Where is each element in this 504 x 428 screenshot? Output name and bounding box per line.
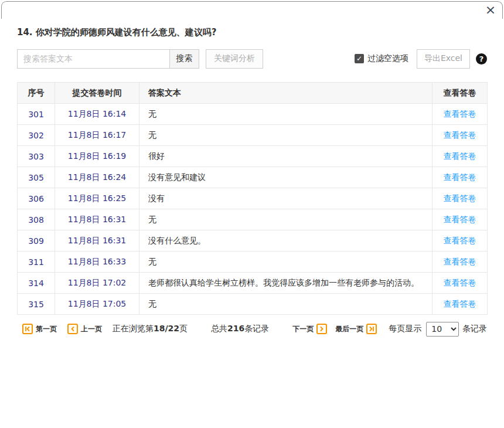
view-answer-link[interactable]: 查看答卷 — [444, 278, 476, 287]
view-answer-link[interactable]: 查看答卷 — [444, 236, 476, 245]
row-time: 11月8日 16:31 — [55, 209, 139, 230]
answers-table: 序号 提交答卷时间 答案文本 查看答卷 30111月8日 16:14无查看答卷3… — [17, 82, 488, 315]
table-row: 30811月8日 16:31无查看答卷 — [18, 209, 488, 230]
row-serial: 302 — [18, 125, 55, 146]
keyword-analysis-button[interactable]: 关键词分析 — [206, 49, 263, 69]
view-answer-link[interactable]: 查看答卷 — [444, 215, 476, 224]
table-row: 30511月8日 16:24没有意见和建议查看答卷 — [18, 167, 488, 188]
answers-tbody: 30111月8日 16:14无查看答卷30211月8日 16:17无查看答卷30… — [18, 104, 488, 315]
header-answer: 答案文本 — [139, 83, 433, 104]
record-count: 216 — [227, 324, 244, 333]
row-time: 11月8日 16:31 — [55, 230, 139, 252]
table-row: 30611月8日 16:25没有查看答卷 — [18, 188, 488, 209]
close-icon[interactable]: × — [483, 2, 498, 18]
browse-status: 正在浏览第18/22页 — [113, 324, 188, 334]
row-view-cell: 查看答卷 — [433, 104, 488, 125]
row-serial: 303 — [18, 146, 55, 167]
last-page-label[interactable]: 最后一页 — [335, 324, 363, 334]
row-answer: 无 — [139, 252, 433, 273]
next-page-label[interactable]: 下一页 — [292, 324, 314, 334]
toolbar: 搜索 关键词分析 过滤空选项 导出Excel ? — [17, 49, 487, 69]
view-answer-link[interactable]: 查看答卷 — [444, 257, 476, 266]
export-excel-button[interactable]: 导出Excel — [417, 49, 470, 69]
row-serial: 305 — [18, 167, 55, 188]
table-row: 31411月8日 17:02老师都很认真给学生树立榜样。我觉得应该多增加一些有老… — [18, 273, 488, 294]
search-button[interactable]: 搜索 — [169, 49, 199, 69]
row-answer: 无 — [139, 104, 433, 125]
per-page-suffix: 条记录 — [462, 324, 487, 334]
table-row: 30111月8日 16:14无查看答卷 — [18, 104, 488, 125]
row-serial: 308 — [18, 209, 55, 230]
view-answer-link[interactable]: 查看答卷 — [444, 193, 476, 203]
first-page-icon[interactable] — [22, 324, 33, 334]
row-view-cell: 查看答卷 — [433, 125, 488, 146]
row-view-cell: 查看答卷 — [433, 230, 488, 252]
pagination: 第一页 上一页 正在浏览第18/22页 总共216条记录 下一页 最后一页 每页… — [17, 321, 487, 337]
row-serial: 315 — [18, 294, 55, 315]
row-view-cell: 查看答卷 — [433, 294, 488, 315]
table-row: 30911月8日 16:31没有什么意见。查看答卷 — [18, 230, 488, 252]
row-view-cell: 查看答卷 — [433, 188, 488, 209]
row-answer: 无 — [139, 125, 433, 146]
view-answer-link[interactable]: 查看答卷 — [444, 130, 476, 140]
total-records: 总共216条记录 — [211, 324, 269, 334]
row-view-cell: 查看答卷 — [433, 273, 488, 294]
row-time: 11月8日 16:24 — [55, 167, 139, 188]
search-input[interactable] — [17, 49, 169, 69]
row-answer: 没有什么意见。 — [139, 230, 433, 252]
table-header-row: 序号 提交答卷时间 答案文本 查看答卷 — [18, 83, 488, 104]
toolbar-right: 过滤空选项 导出Excel ? — [355, 49, 487, 69]
row-answer: 没有意见和建议 — [139, 167, 433, 188]
question-title: 14. 你对学院的师德师风建设有什么意见、建议吗? — [17, 27, 487, 38]
row-time: 11月8日 16:14 — [55, 104, 139, 125]
row-view-cell: 查看答卷 — [433, 209, 488, 230]
row-time: 11月8日 17:05 — [55, 294, 139, 315]
row-answer: 很好 — [139, 146, 433, 167]
prev-page-icon[interactable] — [67, 324, 78, 334]
current-page: 18/22 — [154, 324, 179, 333]
view-answer-link[interactable]: 查看答卷 — [444, 172, 476, 182]
row-answer: 无 — [139, 294, 433, 315]
row-time: 11月8日 17:02 — [55, 273, 139, 294]
row-serial: 314 — [18, 273, 55, 294]
per-page-select[interactable]: 10 — [426, 322, 459, 337]
header-time: 提交答卷时间 — [55, 83, 139, 104]
view-answer-link[interactable]: 查看答卷 — [444, 151, 476, 161]
row-serial: 311 — [18, 252, 55, 273]
row-view-cell: 查看答卷 — [433, 146, 488, 167]
search-group: 搜索 — [17, 49, 199, 69]
header-view: 查看答卷 — [433, 83, 488, 104]
table-row: 30211月8日 16:17无查看答卷 — [18, 125, 488, 146]
table-row: 31511月8日 17:05无查看答卷 — [18, 294, 488, 315]
last-page-icon[interactable] — [366, 324, 377, 334]
dialog-content: 14. 你对学院的师德师风建设有什么意见、建议吗? 搜索 关键词分析 过滤空选项… — [0, 27, 504, 337]
row-time: 11月8日 16:25 — [55, 188, 139, 209]
row-serial: 309 — [18, 230, 55, 252]
table-row: 30311月8日 16:19很好查看答卷 — [18, 146, 488, 167]
row-view-cell: 查看答卷 — [433, 167, 488, 188]
row-time: 11月8日 16:19 — [55, 146, 139, 167]
header-serial: 序号 — [18, 83, 55, 104]
row-answer: 老师都很认真给学生树立榜样。我觉得应该多增加一些有老师参与的活动。 — [139, 273, 433, 294]
prev-page-label[interactable]: 上一页 — [81, 324, 102, 334]
row-time: 11月8日 16:17 — [55, 125, 139, 146]
row-serial: 301 — [18, 104, 55, 125]
row-answer: 无 — [139, 209, 433, 230]
help-icon[interactable]: ? — [476, 53, 487, 64]
next-page-icon[interactable] — [316, 324, 327, 334]
table-row: 31111月8日 16:33无查看答卷 — [18, 252, 488, 273]
view-answer-link[interactable]: 查看答卷 — [444, 109, 476, 118]
row-view-cell: 查看答卷 — [433, 252, 488, 273]
per-page-label: 每页显示 — [389, 324, 421, 334]
row-serial: 306 — [18, 188, 55, 209]
row-answer: 没有 — [139, 188, 433, 209]
filter-empty-label: 过滤空选项 — [367, 53, 408, 64]
filter-empty-checkbox[interactable] — [355, 54, 364, 63]
first-page-label[interactable]: 第一页 — [36, 324, 57, 334]
view-answer-link[interactable]: 查看答卷 — [444, 299, 476, 308]
dialog-border — [1, 1, 503, 19]
row-time: 11月8日 16:33 — [55, 252, 139, 273]
